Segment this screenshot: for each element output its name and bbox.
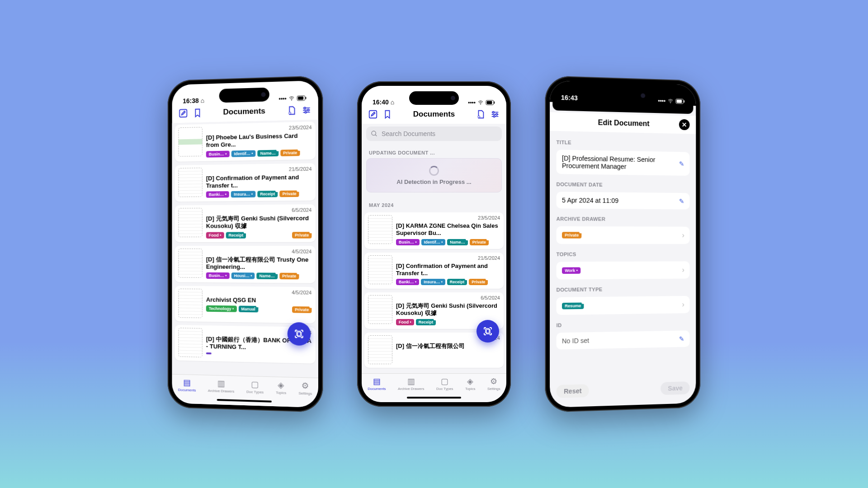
doc-tags: Busin… •Identif… •Name…Private: [206, 149, 312, 157]
tab-icon: ▤: [183, 377, 191, 388]
add-document-icon[interactable]: [476, 109, 486, 119]
tab-documents[interactable]: ▤Documents: [368, 376, 386, 391]
phone-frame-2: 16:40 ⌂ •••• Documents Search Documents …: [357, 81, 511, 407]
tab-icon: ⚙: [490, 376, 497, 386]
doc-tags: [206, 352, 312, 356]
tag: Identif… •: [421, 239, 446, 245]
tab-label: Doc Types: [436, 387, 453, 391]
bookmark-icon[interactable]: [382, 109, 392, 119]
document-list[interactable]: 23/5/2024[D] KARMA ZGNE Chelsea Qin Sale…: [362, 211, 506, 370]
save-button[interactable]: Save: [661, 381, 690, 395]
edit-icon[interactable]: ✎: [679, 335, 684, 343]
svg-point-8: [305, 112, 307, 113]
tag: Name…: [447, 239, 468, 245]
tab-label: Topics: [276, 390, 286, 395]
scan-fab[interactable]: [288, 322, 311, 346]
chevron-right-icon: ›: [682, 231, 684, 239]
document-row[interactable]: 6/5/2024[D] 元気寿司 Genki Sushi (Silvercord…: [175, 204, 316, 242]
field-drawer[interactable]: Private ›: [557, 226, 690, 244]
phone-frame-1: 16:38 ⌂ •••• Documents 23/5/2024[D] Phoe…: [168, 75, 323, 413]
scan-icon: [293, 328, 305, 339]
svg-point-18: [496, 113, 498, 115]
search-input[interactable]: Search Documents: [366, 127, 502, 141]
filter-icon[interactable]: [302, 105, 312, 115]
svg-rect-13: [487, 101, 492, 104]
doc-thumbnail: [178, 328, 202, 357]
tab-documents[interactable]: ▤Documents: [178, 377, 196, 392]
tab-icon: ◈: [278, 380, 284, 390]
field-title[interactable]: [D] Professional Resume: Senior Procurem…: [557, 150, 690, 176]
status-time: 16:38 ⌂: [183, 97, 204, 105]
doc-thumbnail: [368, 335, 392, 364]
field-topics[interactable]: Work • ›: [557, 261, 690, 279]
compose-icon[interactable]: [178, 108, 188, 118]
chevron-right-icon: ›: [682, 266, 684, 274]
tab-doc-types[interactable]: ▢Doc Types: [246, 379, 264, 394]
wifi-icon: [477, 100, 484, 105]
tag: Busin… •: [206, 150, 230, 157]
tag: Receipt: [416, 319, 436, 325]
doc-tags: Busin… •Housi… •Name…Private: [206, 272, 312, 280]
value-id: No ID set: [562, 335, 675, 345]
doc-thumbnail: [368, 295, 392, 324]
notch: [599, 88, 649, 103]
tab-label: Settings: [298, 391, 312, 396]
ai-progress-text: AI Detection in Progress ...: [396, 178, 471, 185]
field-date[interactable]: 5 Apr 2024 at 11:09 ✎: [557, 192, 690, 209]
doc-tags: Technology •ManualPrivate: [206, 305, 312, 313]
tab-archive-drawers[interactable]: ▥Archive Drawers: [208, 378, 235, 394]
tab-archive-drawers[interactable]: ▥Archive Drawers: [398, 376, 425, 391]
phone-frame-3: 16:43 •••• Edit Document ✕ TITLE [D] Pro…: [545, 75, 701, 413]
tab-label: Topics: [465, 387, 476, 391]
tag: Private: [280, 149, 300, 156]
document-row[interactable]: 4/5/2024Archivist QSG ENTechnology •Manu…: [175, 286, 316, 324]
notch: [219, 88, 269, 103]
tag: Technology •: [206, 305, 237, 312]
svg-point-17: [493, 112, 495, 113]
notch: [409, 91, 459, 105]
tab-settings[interactable]: ⚙Settings: [298, 380, 312, 396]
tag: Food •: [396, 319, 414, 325]
close-button[interactable]: ✕: [679, 119, 690, 131]
filter-icon[interactable]: [490, 109, 500, 119]
tab-label: Doc Types: [246, 389, 264, 394]
tag: [206, 352, 212, 354]
reset-button[interactable]: Reset: [557, 384, 589, 398]
doc-title: Archivist QSG EN: [206, 296, 312, 305]
svg-rect-26: [684, 100, 684, 103]
add-document-icon[interactable]: [287, 105, 297, 116]
compose-icon[interactable]: [368, 109, 378, 119]
doc-title: [D] 信一冷氣工程有限公司 Trusty One Engineering...: [206, 256, 312, 271]
tab-topics[interactable]: ◈Topics: [465, 376, 476, 391]
doc-title: [D] KARMA ZGNE Chelsea Qin Sales Supervi…: [396, 222, 500, 237]
field-type[interactable]: Resume ›: [557, 296, 690, 315]
bookmark-icon[interactable]: [193, 108, 203, 118]
edit-icon[interactable]: ✎: [679, 160, 684, 167]
document-row[interactable]: 21/5/2024[D] Confirmation of Payment and…: [364, 253, 504, 289]
label-type: DOCUMENT TYPE: [557, 286, 690, 293]
status-icons: ••••: [468, 99, 495, 106]
action-bar: Reset Save: [550, 378, 696, 408]
doc-title: [D] Phoebe Lau's Business Card from Gre.…: [206, 132, 312, 149]
label-title: TITLE: [557, 140, 690, 148]
document-row[interactable]: 4/5/2024[D] 信一冷氣工程有限公司 Trusty One Engine…: [175, 246, 316, 283]
tab-doc-types[interactable]: ▢Doc Types: [436, 376, 453, 391]
document-row[interactable]: 23/5/2024[D] KARMA ZGNE Chelsea Qin Sale…: [364, 212, 504, 249]
doc-title: [D] Confirmation of Payment and Transfer…: [396, 263, 500, 277]
document-row[interactable]: 23/5/2024[D] Phoebe Lau's Business Card …: [175, 122, 316, 161]
tab-topics[interactable]: ◈Topics: [276, 380, 286, 395]
spinner-icon: [429, 166, 439, 176]
tag: Private: [280, 190, 299, 197]
tab-icon: ▥: [217, 378, 225, 389]
sheet-title: Edit Document: [571, 118, 675, 129]
tag: Insura… •: [231, 191, 255, 197]
field-id[interactable]: No ID set ✎: [557, 330, 690, 349]
svg-rect-25: [677, 100, 682, 103]
document-row[interactable]: 21/5/2024[D] Confirmation of Payment and…: [175, 163, 316, 202]
value-title: [D] Professional Resume: Senior Procurem…: [562, 155, 675, 171]
tab-settings[interactable]: ⚙Settings: [487, 376, 500, 391]
tag: Banki… •: [206, 191, 229, 198]
tab-icon: ⚙: [302, 380, 309, 391]
edit-icon[interactable]: ✎: [679, 197, 684, 205]
scan-fab[interactable]: [476, 320, 499, 343]
